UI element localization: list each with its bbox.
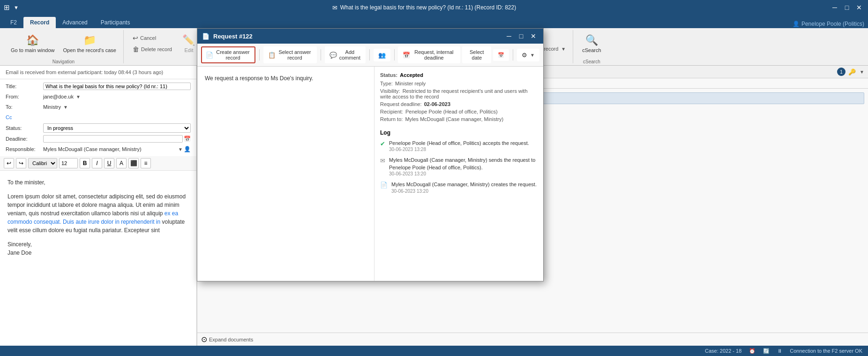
responsible-field-row: Responsible: Myles McDougall (Case manag… [6, 144, 191, 154]
modal-doc-icon: 📄 [202, 33, 210, 40]
modal-deadline-row: Request deadline: 02-06-2023 [380, 101, 538, 107]
to-field-row: To: Ministry ▼ [6, 102, 191, 112]
responsible-dropdown[interactable]: ▼ [178, 147, 183, 152]
tab-f2[interactable]: F2 [4, 17, 23, 28]
log-title: Log [380, 129, 538, 136]
title-bar-left: ⊞ ▼ [4, 3, 19, 12]
expand-documents-btn[interactable]: ⊙ Expand documents [197, 333, 868, 346]
return-to-value: Myles McDougall (Case manager, Ministry) [405, 116, 503, 122]
title-input[interactable] [43, 83, 191, 90]
case-info: Case: 2022 - 18 [705, 348, 741, 354]
undo-button[interactable]: ↩ [4, 158, 14, 168]
select-answer-record-button[interactable]: 📋 Select answer record [263, 46, 317, 63]
title-field-row: Title: [6, 81, 191, 91]
add-comment-button[interactable]: 💬 Add comment [325, 46, 366, 63]
title-bar-center: ✉ What is the legal basis for this new p… [19, 4, 830, 11]
more-button[interactable]: ≡ [141, 158, 151, 168]
from-value: jane@doe.uk ▼ [43, 94, 191, 99]
minimize-button[interactable]: ─ [830, 2, 840, 13]
italic-button[interactable]: I [92, 158, 102, 168]
create-answer-record-button[interactable]: 📄 Create answer record [201, 46, 255, 63]
delete-icon: 🗑 [133, 45, 139, 53]
to-dropdown[interactable]: ▼ [63, 105, 68, 110]
dropdown-arrow2: ▼ [561, 46, 566, 52]
comment-icon: 💬 [329, 52, 337, 59]
maximize-button[interactable]: □ [842, 2, 852, 13]
type-value: Minister reply [395, 81, 426, 86]
connection-status: Connection to the F2 server OK [790, 348, 862, 354]
tab-advanced[interactable]: Advanced [56, 17, 94, 28]
cc-link[interactable]: Cc [6, 114, 12, 121]
select-date-button[interactable]: Select date [462, 46, 491, 63]
status-select[interactable]: In progress [43, 123, 191, 133]
window-controls[interactable]: ─ □ ✕ [830, 2, 864, 13]
settings-icon: ⚙ [522, 52, 527, 59]
log-text-2: Myles McDougall (Case manager, Ministry)… [391, 181, 537, 188]
user-info: 👤 Penelope Poole (Politics) [793, 21, 864, 28]
edit-icon: ✏️ [182, 34, 195, 46]
settings-dropdown[interactable]: ▼ [530, 53, 535, 58]
open-records-case-button[interactable]: 📁 Open the record's case [60, 30, 120, 57]
calendar-button[interactable]: 📅 [493, 49, 509, 61]
redo-button[interactable]: ↪ [16, 158, 26, 168]
csearch-label: cSearch [583, 58, 600, 64]
email-fields: Title: From: jane@doe.uk ▼ To: Ministry … [0, 79, 196, 156]
settings-button[interactable]: ⚙ ▼ [517, 49, 539, 61]
add-participants-button[interactable]: 👥 [374, 49, 390, 61]
ribbon-csearch-items: 🔍 cSearch [579, 30, 604, 57]
deadline-label: Deadline: [6, 136, 43, 142]
request-deadline-button[interactable]: 📅 Request, internal deadline [398, 46, 460, 63]
bold-button[interactable]: B [80, 158, 90, 168]
deadline-field-row: Deadline: 📅 [6, 134, 191, 144]
delete-record-button[interactable]: 🗑 Delete record [129, 44, 175, 54]
modal-maximize-button[interactable]: □ [516, 31, 526, 41]
ribbon-navigation-items: 🏠 Go to main window 📁 Open the record's … [7, 30, 120, 57]
navigation-label: Navigation [52, 58, 75, 64]
email-icon: ✉ [332, 4, 337, 11]
modal-close-button[interactable]: ✕ [528, 31, 539, 41]
expand-label: Expand documents [209, 337, 253, 342]
modal-return-to-row: Return to: Myles McDougall (Case manager… [380, 116, 538, 122]
go-to-main-window-button[interactable]: 🏠 Go to main window [7, 30, 58, 57]
deadline-input[interactable] [43, 135, 183, 143]
modal-body-text: We request a response to Ms Doe's inquir… [205, 74, 367, 83]
docs-dropdown[interactable]: ▼ [860, 69, 864, 75]
status-field-row: Status: In progress [6, 122, 191, 134]
modal-minimize-button[interactable]: ─ [504, 31, 514, 41]
modal-title-buttons[interactable]: ─ □ ✕ [504, 31, 539, 41]
font-select[interactable]: Calibri [28, 158, 57, 168]
highlight-button[interactable]: ⬛ [128, 158, 139, 168]
window-title: What is the legal basis for this new pol… [340, 4, 516, 11]
log-text-0: Penelope Poole (Head of office, Politics… [389, 140, 529, 147]
quick-access: ▼ [14, 5, 19, 10]
sync-icon: 🔄 [763, 348, 770, 354]
app-icon: ⊞ [4, 3, 10, 12]
ribbon-group-csearch: 🔍 cSearch cSearch [575, 30, 608, 63]
home-icon: 🏠 [26, 34, 39, 46]
from-dropdown[interactable]: ▼ [76, 94, 81, 99]
font-color-button[interactable]: A [116, 158, 127, 168]
log-content-0: Penelope Poole (Head of office, Politics… [389, 140, 529, 152]
calendar-icon[interactable]: 📅 [184, 136, 191, 142]
tab-record[interactable]: Record [23, 17, 56, 28]
log-text-1: Myles McDougall (Case manager, Ministry)… [389, 157, 538, 171]
email-meta: Email is received from external particip… [0, 66, 196, 79]
modal-type-row: Type: Minister reply [380, 81, 538, 86]
tab-participants[interactable]: Participants [94, 17, 137, 28]
email-salutation: To the minister, [7, 178, 189, 187]
from-field-row: From: jane@doe.uk ▼ [6, 91, 191, 102]
recipient-value: Penelope Poole (Head of office, Politics… [405, 109, 498, 114]
underline-button[interactable]: U [104, 158, 114, 168]
log-content-1: Myles McDougall (Case manager, Ministry)… [389, 157, 538, 176]
close-button[interactable]: ✕ [854, 2, 864, 13]
modal-body: We request a response to Ms Doe's inquir… [197, 67, 543, 281]
modal-status-row: Status: Accepted [380, 72, 538, 78]
user-icon: 👤 [793, 21, 800, 27]
modal-visibility-row: Visibility: Restricted to the request re… [380, 88, 538, 99]
csearch-button[interactable]: 🔍 cSearch [579, 30, 604, 57]
log-time-1: 30-06-2023 13:20 [389, 171, 538, 176]
font-size-input[interactable] [59, 158, 78, 168]
modal-titlebar: 📄 Request #122 ─ □ ✕ [197, 29, 543, 44]
toolbar-sep-1 [259, 49, 260, 61]
cancel-button[interactable]: ↩ Cancel [129, 33, 175, 43]
